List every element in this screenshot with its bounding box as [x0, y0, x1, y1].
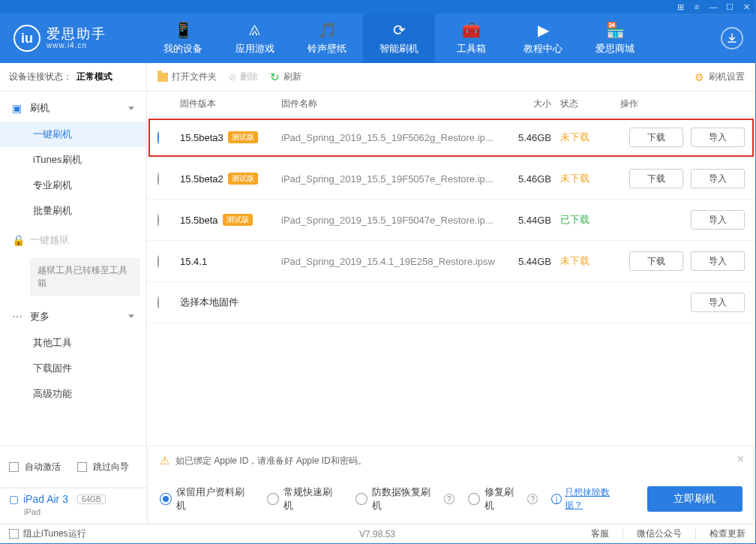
download-button[interactable]: 下载	[629, 169, 683, 188]
flash-option-0[interactable]: 保留用户资料刷机	[160, 485, 254, 512]
app-logo[interactable]: iu 爱思助手 www.i4.cn	[0, 25, 147, 52]
nav-item-5[interactable]: ▶ 教程中心	[507, 14, 579, 63]
help-icon[interactable]: ?	[527, 494, 538, 504]
flash-option-radio[interactable]	[267, 493, 279, 505]
import-button[interactable]: 导入	[691, 169, 745, 188]
sidebar-item-more-1[interactable]: 下载固件	[0, 356, 146, 381]
auto-activate-label: 自动激活	[25, 461, 61, 473]
toolbar: 打开文件夹 ⊘ 删除 ↻ 刷新 ⚙ 刷机设置	[147, 63, 755, 92]
sidebar-item-flash-3[interactable]: 批量刷机	[0, 198, 146, 224]
nav-item-1[interactable]: ⩓ 应用游戏	[219, 14, 291, 63]
import-local-button[interactable]: 导入	[691, 293, 745, 312]
firmware-row[interactable]: 15.5beta测试版 iPad_Spring_2019_15.5_19F504…	[147, 200, 755, 241]
block-itunes-checkbox[interactable]	[9, 529, 19, 539]
sidebar-item-flash-2[interactable]: 专业刷机	[0, 173, 146, 198]
settings-button[interactable]: ⚙ 刷机设置	[694, 71, 745, 83]
refresh-label: 刷新	[284, 71, 302, 83]
erase-link-text: 只想抹除数据？	[565, 486, 628, 512]
firmware-filename: iPad_Spring_2019_15.5_19F5047e_Restore.i…	[281, 215, 500, 226]
main-nav: 📱 我的设备⩓ 应用游戏🎵 铃声壁纸⟳ 智能刷机🧰 工具箱▶ 教程中心🏪 爱思商…	[147, 14, 651, 63]
firmware-size: 5.46GB	[500, 132, 560, 143]
info-icon: i	[551, 494, 562, 504]
app-name: 爱思助手	[46, 27, 106, 42]
flash-now-button[interactable]: 立即刷机	[647, 486, 742, 512]
titlebar-menu-icon[interactable]: ≡	[691, 2, 703, 12]
firmware-version: 15.5beta测试版	[180, 214, 281, 226]
sidebar-group-more[interactable]: ⋯ 更多	[0, 303, 146, 330]
firmware-size: 5.46GB	[500, 173, 560, 185]
downloads-icon[interactable]	[721, 27, 743, 50]
firmware-radio[interactable]	[158, 255, 159, 268]
nav-item-2[interactable]: 🎵 铃声壁纸	[291, 14, 363, 63]
flash-option-radio[interactable]	[356, 493, 368, 505]
flash-option-3[interactable]: 修复刷机 ?	[468, 485, 538, 512]
nav-label: 工具箱	[457, 42, 486, 56]
nav-item-6[interactable]: 🏪 爱思商城	[579, 14, 651, 63]
firmware-radio[interactable]	[158, 131, 159, 144]
titlebar-grid-icon[interactable]: ⊞	[674, 2, 686, 12]
sidebar: 设备连接状态： 正常模式 ▣ 刷机 一键刷机iTunes刷机专业刷机批量刷机 🔒…	[0, 63, 147, 524]
device-info[interactable]: ▢ iPad Air 3 64GB iPad	[0, 488, 146, 524]
sidebar-item-flash-1[interactable]: iTunes刷机	[0, 147, 146, 173]
firmware-row[interactable]: 15.5beta3测试版 iPad_Spring_2019_15.5_19F50…	[147, 117, 755, 158]
sidebar-item-more-0[interactable]: 其他工具	[0, 330, 146, 356]
close-button[interactable]: ✕	[740, 2, 752, 12]
nav-item-4[interactable]: 🧰 工具箱	[435, 14, 507, 63]
firmware-size: 5.44GB	[500, 215, 560, 226]
th-status: 状态	[560, 98, 617, 110]
gear-icon: ⚙	[694, 71, 704, 83]
nav-icon: 📱	[174, 21, 193, 39]
wechat-link[interactable]: 微信公众号	[637, 527, 682, 540]
erase-data-link[interactable]: i 只想抹除数据？	[551, 486, 627, 512]
refresh-icon: ↻	[270, 71, 280, 84]
sidebar-item-more-2[interactable]: 高级功能	[0, 381, 146, 407]
th-size: 大小	[500, 98, 560, 110]
app-version: V7.98.53	[359, 529, 395, 539]
check-update-link[interactable]: 检查更新	[710, 527, 746, 540]
auto-activate-checkbox[interactable]	[9, 462, 19, 472]
import-button[interactable]: 导入	[691, 251, 745, 271]
nav-icon: 🏪	[606, 21, 625, 39]
skip-guide-checkbox[interactable]	[77, 462, 87, 472]
maximize-button[interactable]: ☐	[724, 2, 736, 12]
sidebar-group-flash[interactable]: ▣ 刷机	[0, 95, 146, 122]
firmware-status: 未下载	[560, 131, 617, 144]
help-icon[interactable]: ?	[444, 494, 454, 504]
nav-icon: 🎵	[318, 21, 337, 39]
status-bar: 阻止iTunes运行 V7.98.53 客服 微信公众号 检查更新	[0, 524, 754, 543]
refresh-button[interactable]: ↻ 刷新	[270, 71, 302, 84]
jailbreak-note[interactable]: 越狱工具已转移至工具箱	[30, 258, 140, 296]
download-button[interactable]: 下载	[629, 128, 683, 147]
skip-guide-label: 跳过向导	[93, 461, 129, 473]
nav-label: 应用游戏	[236, 42, 274, 56]
flash-option-radio[interactable]	[160, 493, 172, 505]
main-panel: 打开文件夹 ⊘ 删除 ↻ 刷新 ⚙ 刷机设置 固件版本 固件名称 大小 状态 操…	[147, 63, 755, 524]
nav-item-0[interactable]: 📱 我的设备	[147, 14, 219, 63]
local-firmware-row[interactable]: 选择本地固件 导入	[147, 282, 755, 323]
flash-option-radio[interactable]	[468, 493, 480, 505]
import-button[interactable]: 导入	[691, 128, 745, 147]
window-titlebar: ⊞ ≡ — ☐ ✕	[0, 0, 755, 14]
delete-icon: ⊘	[229, 72, 236, 83]
nav-icon: ▶	[538, 21, 549, 39]
firmware-row[interactable]: 15.4.1 iPad_Spring_2019_15.4.1_19E258_Re…	[147, 241, 755, 282]
firmware-row[interactable]: 15.5beta2测试版 iPad_Spring_2019_15.5_19F50…	[147, 158, 755, 200]
notice-close-button[interactable]: ×	[737, 452, 744, 466]
radio-local[interactable]	[158, 296, 159, 309]
support-link[interactable]: 客服	[591, 527, 609, 540]
th-ops: 操作	[617, 98, 745, 110]
flash-option-2[interactable]: 防数据恢复刷机 ?	[356, 485, 454, 512]
firmware-filename: iPad_Spring_2019_15.5_19F5062g_Restore.i…	[281, 132, 500, 143]
flash-option-1[interactable]: 常规快速刷机	[267, 485, 341, 512]
flash-icon: ▣	[12, 102, 24, 114]
firmware-radio[interactable]	[158, 173, 159, 185]
minimize-button[interactable]: —	[707, 2, 719, 12]
firmware-radio[interactable]	[158, 214, 159, 227]
open-folder-button[interactable]: 打开文件夹	[158, 71, 217, 83]
download-button[interactable]: 下载	[629, 251, 683, 271]
firmware-status: 未下载	[560, 172, 617, 185]
sidebar-item-flash-0[interactable]: 一键刷机	[0, 122, 146, 147]
sidebar-group-jailbreak[interactable]: 🔒 一键越狱	[0, 227, 146, 254]
import-button[interactable]: 导入	[691, 210, 745, 230]
nav-item-3[interactable]: ⟳ 智能刷机	[363, 14, 435, 63]
